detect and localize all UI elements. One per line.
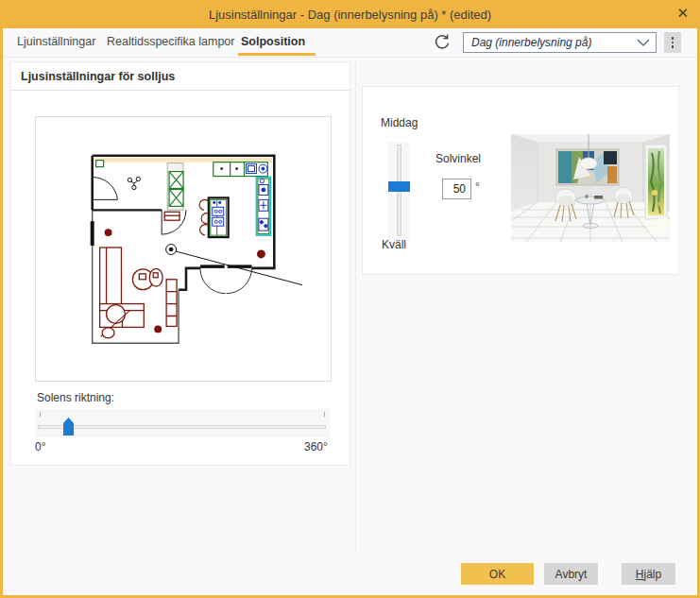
floor-plan-image: [36, 117, 331, 381]
close-icon[interactable]: ✕: [676, 4, 689, 23]
panel-divider: [355, 61, 356, 554]
tab-bar: Ljuinställningar Realtidsspecifika lampo…: [3, 28, 697, 58]
sun-angle-slider-handle[interactable]: [388, 181, 410, 192]
cancel-button-label: Avbryt: [555, 568, 588, 581]
sunlight-settings-panel: Ljusinställningar för solljus: [10, 61, 350, 466]
garden-door: [643, 145, 670, 234]
heading-divider: [11, 90, 350, 91]
sun-angle-slider[interactable]: [388, 142, 410, 240]
sun-direction-min-label: 0°: [35, 440, 45, 453]
dialog-title: Ljusinställningar - Dag (innerbelysning …: [209, 8, 491, 22]
kebab-dot: [672, 45, 674, 48]
scene-select-value: Dag (innerbelysning på): [471, 36, 637, 49]
scene-select[interactable]: Dag (innerbelysning på): [463, 32, 657, 53]
kitchen-cabinets: [96, 161, 268, 211]
room-preview-image: [511, 134, 670, 242]
sun-direction-slider-handle[interactable]: [63, 418, 74, 436]
chevron-down-icon: [637, 38, 650, 47]
floor-plan-box: [35, 116, 332, 382]
sun-angle-input[interactable]: [442, 179, 471, 199]
kebab-dot: [672, 42, 674, 44]
kitchen-sink: [247, 164, 267, 174]
kebab-dot: [672, 37, 674, 40]
sun-angle-label: Solvinkel: [435, 152, 481, 165]
help-button[interactable]: Hjälp: [622, 563, 675, 585]
sun-direction-slider[interactable]: [35, 409, 330, 437]
right-counter: [256, 178, 270, 236]
cancel-button[interactable]: Avbryt: [544, 563, 598, 585]
ok-button[interactable]: OK: [461, 563, 534, 585]
sun-direction-slider-track[interactable]: [38, 425, 326, 429]
tab-ljusinstallningar[interactable]: Ljuinställningar: [17, 35, 95, 48]
light-settings-dialog: Ljusinställningar - Dag (innerbelysning …: [0, 0, 700, 598]
kitchen-island: [199, 197, 228, 237]
room-preview-box: [511, 134, 670, 242]
more-options-button[interactable]: [664, 32, 681, 53]
active-tab-indicator: [238, 53, 316, 56]
tab-realtidsspecifika-lampor[interactable]: Realtidsspecifika lampor: [107, 35, 234, 48]
noon-label: Middag: [381, 116, 418, 129]
help-button-label: jälp: [643, 568, 661, 581]
sunlight-panel-heading: Ljusinställningar för solljus: [21, 70, 175, 83]
slider-tick: [40, 412, 41, 417]
sun-direction-max-label: 360°: [304, 440, 328, 453]
ok-button-label: OK: [489, 568, 505, 581]
fan-symbol: [128, 177, 140, 189]
evening-label: Kväll: [382, 238, 406, 251]
slider-tick: [324, 412, 325, 417]
sofa-group: [100, 212, 179, 338]
refresh-icon[interactable]: [433, 33, 452, 52]
sun-angle-panel: Middag Kväll Solvinkel °: [362, 86, 679, 275]
title-bar: Ljusinställningar - Dag (innerbelysning …: [0, 0, 700, 28]
tab-solposition[interactable]: Solposition: [241, 35, 305, 48]
sun-angle-unit: °: [475, 180, 480, 194]
sun-direction-label: Solens riktning:: [37, 391, 114, 404]
